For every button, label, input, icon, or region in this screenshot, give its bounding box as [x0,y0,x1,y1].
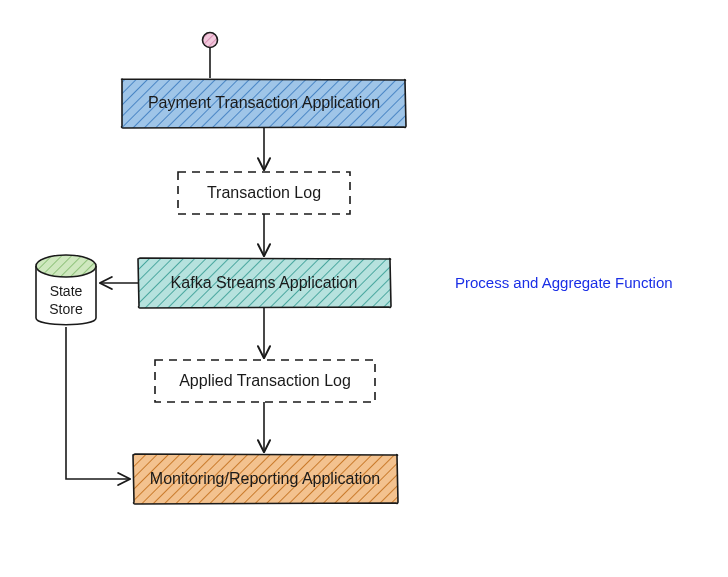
svg-point-14 [36,255,96,277]
flow-diagram: Payment Transaction Application Transact… [0,0,728,577]
node-state-store-label-1: State [50,283,83,299]
node-transaction-log-label: Transaction Log [207,184,321,201]
node-applied-log-label: Applied Transaction Log [179,372,351,389]
pin-icon [203,33,218,79]
annotation-kafka: Process and Aggregate Function [455,274,673,291]
node-monitoring-app: Monitoring/Reporting Application [133,454,398,504]
node-state-store: State Store [36,255,96,325]
node-kafka-app: Kafka Streams Application [138,258,391,308]
node-payment-app: Payment Transaction Application [122,79,406,128]
node-state-store-label-2: Store [49,301,83,317]
svg-point-11 [203,33,218,48]
edge-store-to-monitoring [66,327,129,479]
node-kafka-app-label: Kafka Streams Application [171,274,358,291]
node-transaction-log: Transaction Log [178,172,350,214]
node-monitoring-app-label: Monitoring/Reporting Application [150,470,380,487]
node-applied-log: Applied Transaction Log [155,360,375,402]
node-payment-app-label: Payment Transaction Application [148,94,380,111]
